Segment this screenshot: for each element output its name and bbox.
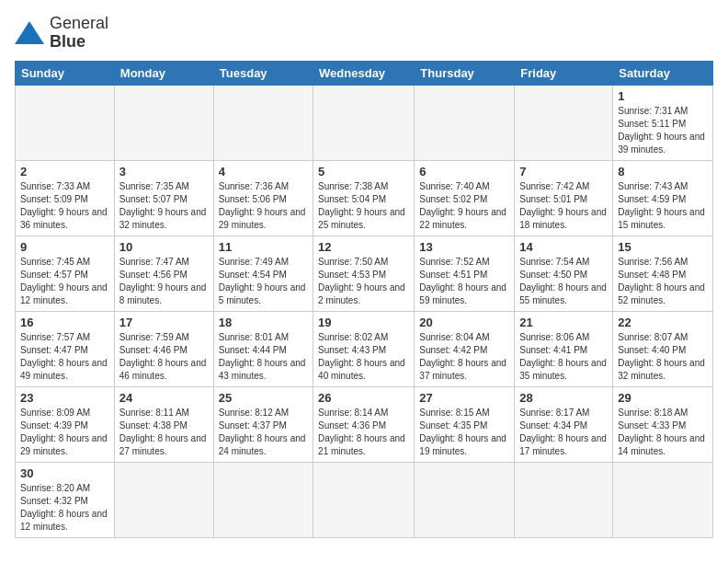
- calendar-cell: 18Sunrise: 8:01 AM Sunset: 4:44 PM Dayli…: [213, 311, 313, 386]
- calendar-cell: 26Sunrise: 8:14 AM Sunset: 4:36 PM Dayli…: [313, 386, 415, 462]
- calendar-cell: 4Sunrise: 7:36 AM Sunset: 5:06 PM Daylig…: [213, 160, 313, 236]
- calendar-cell: 23Sunrise: 8:09 AM Sunset: 4:39 PM Dayli…: [16, 386, 115, 462]
- day-number: 21: [519, 316, 608, 329]
- day-info: Sunrise: 8:04 AM Sunset: 4:42 PM Dayligh…: [419, 331, 509, 383]
- day-number: 25: [219, 391, 308, 405]
- day-info: Sunrise: 7:36 AM Sunset: 5:06 PM Dayligh…: [219, 180, 308, 232]
- calendar-header-saturday: Saturday: [613, 61, 713, 85]
- calendar-cell: 6Sunrise: 7:40 AM Sunset: 5:02 PM Daylig…: [415, 160, 515, 236]
- calendar-header-friday: Friday: [515, 61, 613, 85]
- calendar-cell: 1Sunrise: 7:31 AM Sunset: 5:11 PM Daylig…: [613, 85, 713, 160]
- calendar-cell: 22Sunrise: 8:07 AM Sunset: 4:40 PM Dayli…: [613, 311, 713, 386]
- calendar-cell: 7Sunrise: 7:42 AM Sunset: 5:01 PM Daylig…: [515, 160, 613, 236]
- day-info: Sunrise: 7:50 AM Sunset: 4:53 PM Dayligh…: [318, 256, 409, 307]
- day-number: 16: [20, 316, 109, 329]
- calendar-week-row: 23Sunrise: 8:09 AM Sunset: 4:39 PM Dayli…: [16, 386, 713, 462]
- calendar-cell: [613, 462, 713, 537]
- day-info: Sunrise: 8:07 AM Sunset: 4:40 PM Dayligh…: [618, 331, 708, 383]
- logo: GeneralBlue: [15, 15, 108, 52]
- calendar-header-tuesday: Tuesday: [213, 61, 313, 85]
- calendar-cell: [515, 462, 613, 537]
- day-info: Sunrise: 8:17 AM Sunset: 4:34 PM Dayligh…: [519, 407, 608, 458]
- calendar-cell: 24Sunrise: 8:11 AM Sunset: 4:38 PM Dayli…: [114, 386, 213, 462]
- calendar-cell: 21Sunrise: 8:06 AM Sunset: 4:41 PM Dayli…: [515, 311, 613, 386]
- calendar-cell: 15Sunrise: 7:56 AM Sunset: 4:48 PM Dayli…: [613, 236, 713, 311]
- day-number: 4: [219, 165, 308, 178]
- calendar-week-row: 16Sunrise: 7:57 AM Sunset: 4:47 PM Dayli…: [16, 311, 713, 386]
- day-info: Sunrise: 7:49 AM Sunset: 4:54 PM Dayligh…: [219, 256, 308, 307]
- calendar-cell: [213, 85, 313, 160]
- day-number: 22: [618, 316, 708, 329]
- calendar-cell: 30Sunrise: 8:20 AM Sunset: 4:32 PM Dayli…: [16, 462, 115, 537]
- calendar-cell: [213, 462, 313, 537]
- calendar-cell: [415, 85, 515, 160]
- calendar-week-row: 1Sunrise: 7:31 AM Sunset: 5:11 PM Daylig…: [16, 85, 713, 160]
- day-number: 5: [318, 165, 409, 178]
- calendar-header-monday: Monday: [114, 61, 213, 85]
- calendar-cell: 20Sunrise: 8:04 AM Sunset: 4:42 PM Dayli…: [415, 311, 515, 386]
- calendar-header-sunday: Sunday: [16, 61, 115, 85]
- day-number: 6: [419, 165, 509, 178]
- day-number: 8: [618, 165, 708, 178]
- day-info: Sunrise: 7:59 AM Sunset: 4:46 PM Dayligh…: [119, 331, 209, 383]
- day-info: Sunrise: 8:20 AM Sunset: 4:32 PM Dayligh…: [20, 482, 109, 534]
- day-number: 17: [119, 316, 209, 329]
- day-number: 9: [20, 240, 109, 254]
- calendar-cell: [515, 85, 613, 160]
- day-info: Sunrise: 7:45 AM Sunset: 4:57 PM Dayligh…: [20, 256, 109, 307]
- calendar-cell: 16Sunrise: 7:57 AM Sunset: 4:47 PM Dayli…: [16, 311, 115, 386]
- calendar-cell: 9Sunrise: 7:45 AM Sunset: 4:57 PM Daylig…: [16, 236, 115, 311]
- day-info: Sunrise: 7:42 AM Sunset: 5:01 PM Dayligh…: [519, 180, 608, 232]
- calendar-cell: 11Sunrise: 7:49 AM Sunset: 4:54 PM Dayli…: [213, 236, 313, 311]
- day-number: 29: [618, 391, 708, 405]
- day-number: 14: [519, 240, 608, 254]
- day-number: 20: [419, 316, 509, 329]
- calendar-cell: 3Sunrise: 7:35 AM Sunset: 5:07 PM Daylig…: [114, 160, 213, 236]
- calendar-cell: 14Sunrise: 7:54 AM Sunset: 4:50 PM Dayli…: [515, 236, 613, 311]
- calendar-cell: [16, 85, 115, 160]
- calendar-cell: 2Sunrise: 7:33 AM Sunset: 5:09 PM Daylig…: [16, 160, 115, 236]
- logo-text: GeneralBlue: [50, 15, 108, 52]
- day-info: Sunrise: 7:43 AM Sunset: 4:59 PM Dayligh…: [618, 180, 708, 232]
- calendar-cell: 28Sunrise: 8:17 AM Sunset: 4:34 PM Dayli…: [515, 386, 613, 462]
- day-number: 2: [20, 165, 109, 178]
- calendar-table: SundayMondayTuesdayWednesdayThursdayFrid…: [15, 61, 713, 538]
- day-number: 1: [618, 89, 708, 103]
- calendar-cell: 29Sunrise: 8:18 AM Sunset: 4:33 PM Dayli…: [613, 386, 713, 462]
- day-number: 7: [519, 165, 608, 178]
- day-number: 11: [219, 240, 308, 254]
- calendar-cell: [313, 85, 415, 160]
- day-info: Sunrise: 8:12 AM Sunset: 4:37 PM Dayligh…: [219, 407, 308, 458]
- day-number: 23: [20, 391, 109, 405]
- calendar-cell: 12Sunrise: 7:50 AM Sunset: 4:53 PM Dayli…: [313, 236, 415, 311]
- day-info: Sunrise: 8:01 AM Sunset: 4:44 PM Dayligh…: [219, 331, 308, 383]
- day-number: 27: [419, 391, 509, 405]
- day-info: Sunrise: 8:02 AM Sunset: 4:43 PM Dayligh…: [318, 331, 409, 383]
- day-number: 12: [318, 240, 409, 254]
- day-info: Sunrise: 7:38 AM Sunset: 5:04 PM Dayligh…: [318, 180, 409, 232]
- day-info: Sunrise: 8:14 AM Sunset: 4:36 PM Dayligh…: [318, 407, 409, 458]
- day-number: 24: [119, 391, 209, 405]
- day-info: Sunrise: 8:09 AM Sunset: 4:39 PM Dayligh…: [20, 407, 109, 458]
- page-header: GeneralBlue: [15, 15, 713, 52]
- day-number: 30: [20, 466, 109, 480]
- calendar-cell: [114, 85, 213, 160]
- calendar-cell: 27Sunrise: 8:15 AM Sunset: 4:35 PM Dayli…: [415, 386, 515, 462]
- calendar-week-row: 30Sunrise: 8:20 AM Sunset: 4:32 PM Dayli…: [16, 462, 713, 537]
- calendar-cell: [415, 462, 515, 537]
- day-number: 26: [318, 391, 409, 405]
- day-info: Sunrise: 7:56 AM Sunset: 4:48 PM Dayligh…: [618, 256, 708, 307]
- day-number: 19: [318, 316, 409, 329]
- day-number: 28: [519, 391, 608, 405]
- day-info: Sunrise: 7:33 AM Sunset: 5:09 PM Dayligh…: [20, 180, 109, 232]
- calendar-cell: 10Sunrise: 7:47 AM Sunset: 4:56 PM Dayli…: [114, 236, 213, 311]
- day-info: Sunrise: 7:35 AM Sunset: 5:07 PM Dayligh…: [119, 180, 209, 232]
- calendar-header-row: SundayMondayTuesdayWednesdayThursdayFrid…: [16, 61, 713, 85]
- day-info: Sunrise: 8:06 AM Sunset: 4:41 PM Dayligh…: [519, 331, 608, 383]
- day-info: Sunrise: 7:47 AM Sunset: 4:56 PM Dayligh…: [119, 256, 209, 307]
- day-info: Sunrise: 7:54 AM Sunset: 4:50 PM Dayligh…: [519, 256, 608, 307]
- calendar-cell: 25Sunrise: 8:12 AM Sunset: 4:37 PM Dayli…: [213, 386, 313, 462]
- day-number: 10: [119, 240, 209, 254]
- day-number: 18: [219, 316, 308, 329]
- calendar-cell: 13Sunrise: 7:52 AM Sunset: 4:51 PM Dayli…: [415, 236, 515, 311]
